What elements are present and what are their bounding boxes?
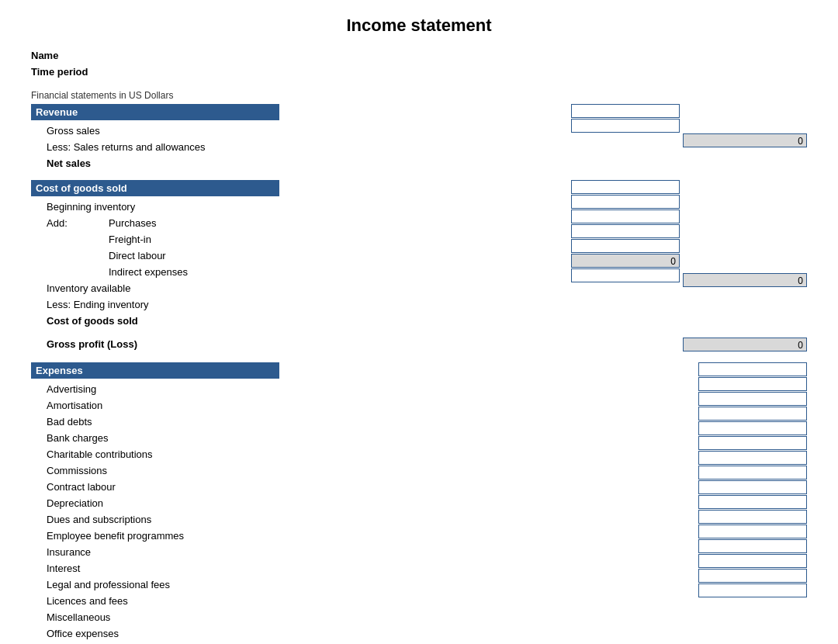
contract-labour-input[interactable] (698, 451, 807, 465)
bank-charges-input[interactable] (698, 407, 807, 421)
gross-sales-input[interactable] (571, 104, 680, 118)
advertising-input[interactable] (698, 362, 807, 376)
licences-input[interactable] (698, 554, 807, 568)
list-item: Charitable contributions (31, 447, 403, 462)
list-item: Bad debts (31, 414, 403, 430)
list-item: Advertising (31, 382, 403, 397)
list-item: Amortisation (31, 398, 403, 414)
cogs-header: Cost of goods sold (31, 180, 279, 196)
list-item: Contract labour (31, 480, 403, 495)
list-item: Office expenses (31, 626, 403, 642)
list-item: Direct labour (31, 248, 403, 264)
list-item: Less: Ending inventory (31, 297, 403, 313)
name-label: Name (31, 48, 807, 64)
list-item: Freight-in (31, 232, 403, 248)
expenses-header: Expenses (31, 362, 279, 379)
beginning-inventory-input[interactable] (571, 180, 680, 194)
net-sales-label: Net sales (31, 156, 403, 171)
list-item: Inventory available (31, 281, 403, 296)
list-item: Commissions (31, 463, 403, 479)
list-item: Employee benefit programmes (31, 528, 403, 544)
list-item: Miscellaneous (31, 610, 403, 625)
list-item: Bank charges (31, 431, 403, 446)
direct-labour-input[interactable] (571, 224, 680, 238)
freight-in-input[interactable] (571, 209, 680, 223)
revenue-header: Revenue (31, 104, 279, 120)
list-item: Licences and fees (31, 594, 403, 609)
depreciation-input[interactable] (698, 466, 807, 480)
amortisation-input[interactable] (698, 377, 807, 391)
interest-input[interactable] (698, 525, 807, 538)
dues-input[interactable] (698, 480, 807, 494)
employee-benefit-input[interactable] (698, 495, 807, 509)
list-item: Depreciation (31, 496, 403, 511)
miscellaneous-input[interactable] (698, 569, 807, 583)
page-title: Income statement (31, 16, 807, 36)
legal-input[interactable] (698, 539, 807, 553)
ending-inventory-input[interactable] (571, 268, 680, 282)
inventory-available-result[interactable]: 0 (571, 254, 680, 268)
cogs-result[interactable]: 0 (683, 273, 807, 287)
list-item: Add: Purchases (31, 216, 403, 231)
gross-profit-label: Gross profit (Loss) (47, 338, 137, 350)
gross-profit-result[interactable]: 0 (683, 338, 807, 351)
list-item: Interest (31, 561, 403, 576)
purchases-input[interactable] (571, 195, 680, 209)
list-item: Less: Sales returns and allowances (31, 140, 403, 155)
cogs-label: Cost of goods sold (31, 313, 403, 329)
commissions-input[interactable] (698, 436, 807, 450)
indirect-expenses-input[interactable] (571, 239, 680, 253)
list-item: Gross sales (31, 123, 403, 139)
list-item: Dues and subscriptions (31, 512, 403, 528)
sales-returns-input[interactable] (571, 119, 680, 133)
insurance-input[interactable] (698, 510, 807, 524)
financial-note: Financial statements in US Dollars (31, 90, 807, 101)
office-expenses-input[interactable] (698, 583, 807, 597)
list-item: Indirect expenses (31, 265, 403, 280)
list-item: Insurance (31, 545, 403, 560)
net-sales-result[interactable]: 0 (683, 133, 807, 147)
bad-debts-input[interactable] (698, 392, 807, 406)
list-item: Beginning inventory (31, 199, 403, 215)
time-period-label: Time period (31, 64, 807, 81)
charitable-input[interactable] (698, 421, 807, 435)
list-item: Legal and professional fees (31, 577, 403, 593)
